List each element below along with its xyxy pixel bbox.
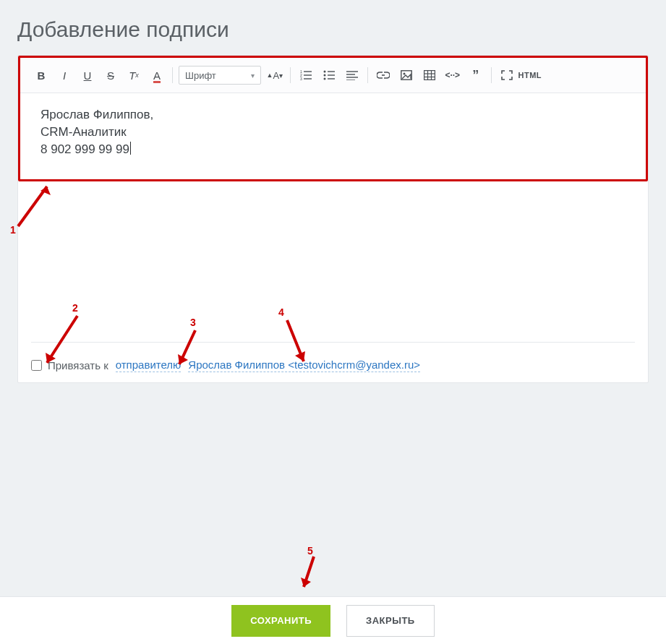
editor-content[interactable]: Ярослав Филиппов, CRM-Аналитик 8 902 999…: [20, 93, 646, 179]
page-title: Добавление подписи: [0, 0, 666, 55]
svg-text:3: 3: [300, 77, 302, 80]
separator-icon: [290, 67, 291, 83]
svg-point-6: [323, 71, 325, 73]
font-select[interactable]: Шрифт ▾: [179, 66, 261, 85]
editor-toolbar: B I U S Tx A Шрифт ▾ ▲A▾ 123: [20, 58, 646, 93]
table-button[interactable]: [419, 65, 440, 85]
svg-line-31: [304, 557, 314, 587]
separator-icon: [367, 67, 368, 83]
svg-point-17: [403, 73, 405, 75]
bind-row: Привязать к отправителю Ярослав Филиппов…: [31, 342, 635, 372]
svg-marker-32: [301, 578, 311, 587]
close-button[interactable]: ЗАКРЫТЬ: [346, 605, 435, 637]
svg-point-8: [323, 78, 325, 80]
image-button[interactable]: [396, 65, 417, 85]
save-button[interactable]: СОХРАНИТЬ: [231, 605, 330, 637]
font-size-button[interactable]: ▲A▾: [264, 65, 286, 85]
chevron-down-icon: ▾: [251, 72, 255, 80]
signature-line: Ярослав Филиппов,: [40, 106, 626, 124]
bold-button[interactable]: B: [30, 65, 52, 85]
italic-button[interactable]: I: [54, 65, 75, 85]
editor-highlight-frame: B I U S Tx A Шрифт ▾ ▲A▾ 123: [18, 56, 648, 181]
signature-line: 8 902 999 99 99: [40, 141, 626, 158]
html-source-button[interactable]: HTML: [519, 65, 541, 85]
bind-role-link[interactable]: отправителю: [116, 359, 182, 372]
fullscreen-button[interactable]: [496, 65, 518, 85]
signature-line: CRM-Аналитик: [40, 124, 626, 141]
quote-button[interactable]: ”: [465, 65, 487, 85]
bind-checkbox[interactable]: [31, 360, 42, 371]
signature-card: B I U S Tx A Шрифт ▾ ▲A▾ 123: [17, 55, 649, 383]
annotation-number: 1: [10, 224, 16, 236]
strikethrough-button[interactable]: S: [100, 65, 121, 85]
separator-icon: [172, 67, 173, 83]
text-color-button[interactable]: A: [146, 65, 168, 85]
link-button[interactable]: [372, 65, 394, 85]
clear-format-button[interactable]: Tx: [123, 65, 145, 85]
unordered-list-button[interactable]: [318, 65, 340, 85]
arrow-icon: [298, 555, 327, 594]
footer-bar: СОХРАНИТЬ ЗАКРЫТЬ: [0, 596, 666, 644]
font-select-label: Шрифт: [185, 70, 216, 81]
code-button[interactable]: <··>: [442, 65, 464, 85]
ordered-list-button[interactable]: 123: [295, 65, 317, 85]
underline-button[interactable]: U: [77, 65, 98, 85]
bind-sender-link[interactable]: Ярослав Филиппов <testovichcrm@yandex.ru…: [188, 359, 420, 372]
separator-icon: [491, 67, 492, 83]
annotation-number: 5: [307, 545, 313, 557]
bind-label: Привязать к: [48, 359, 108, 372]
align-button[interactable]: [341, 65, 363, 85]
svg-point-7: [323, 74, 325, 77]
svg-rect-18: [424, 71, 435, 80]
